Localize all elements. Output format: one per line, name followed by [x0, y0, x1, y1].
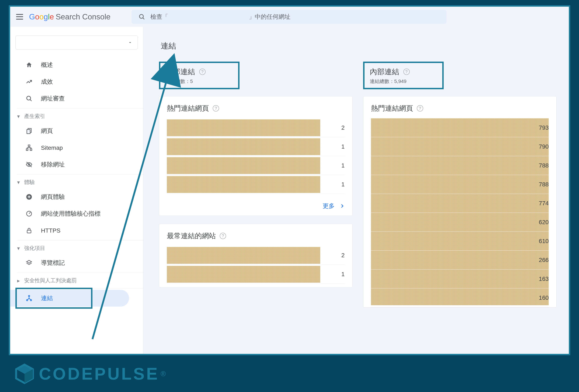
- sidebar-item-overview[interactable]: 概述: [10, 57, 129, 73]
- row-value: 1: [320, 271, 345, 277]
- table-row[interactable]: 774: [371, 194, 549, 213]
- sidebar-item-label: 導覽標記: [41, 259, 65, 267]
- caret-down-icon: ▾: [17, 113, 22, 119]
- sidebar-item-performance[interactable]: 成效: [10, 73, 129, 90]
- svg-rect-6: [28, 145, 30, 147]
- circle-plus-icon: [24, 194, 34, 200]
- sidebar-group-indexing[interactable]: ▾ 產生索引: [10, 110, 143, 123]
- row-value: 163: [539, 275, 549, 282]
- internal-links-header: 內部連結 ? 連結總數：5,949: [363, 62, 444, 89]
- help-icon[interactable]: ?: [199, 68, 206, 75]
- sidebar-group-label: 強化項目: [24, 245, 45, 252]
- pages-icon: [24, 128, 34, 134]
- page-title: 連結: [161, 41, 557, 51]
- help-icon[interactable]: ?: [220, 233, 226, 239]
- caret-right-icon: ▸: [17, 277, 22, 284]
- sidebar-item-label: 概述: [41, 61, 53, 69]
- sidebar-item-links[interactable]: 連結: [10, 290, 129, 307]
- table-row[interactable]: 793: [371, 118, 549, 137]
- sidebar-item-label: 連結: [41, 294, 53, 302]
- table-row[interactable]: 610: [371, 232, 549, 251]
- main-content: 連結 外部連結 ? 連結總數：5 熱門連結網頁 ?: [143, 27, 569, 354]
- internal-top-pages-card: 熱門連結網頁 ? 793790788788774620610266163160: [363, 96, 557, 308]
- row-value: 788: [539, 162, 549, 169]
- caret-down-icon: ▾: [17, 179, 22, 185]
- table-row[interactable]: 788: [371, 156, 549, 175]
- sidebar-item-page-experience[interactable]: 網頁體驗: [10, 189, 129, 205]
- table-row[interactable]: 163: [371, 269, 549, 288]
- redacted-cell: [167, 157, 320, 174]
- row-value: 160: [539, 294, 549, 301]
- brand-footer: CODEPULSE ®: [14, 363, 166, 384]
- row-value: 266: [539, 257, 549, 263]
- internal-links-column: 內部連結 ? 連結總數：5,949 熱門連結網頁 ? 7937907887887…: [363, 62, 557, 316]
- external-total-label: 連結總數：: [166, 79, 190, 84]
- more-label: 更多: [323, 202, 335, 210]
- svg-rect-5: [27, 130, 30, 134]
- card-title: 最常連結的網站: [167, 231, 216, 241]
- sidebar-item-label: 網站使用體驗核心指標: [41, 210, 100, 218]
- row-value: 1: [320, 162, 345, 169]
- sidebar-item-label: 網頁體驗: [41, 193, 65, 201]
- help-icon[interactable]: ?: [403, 68, 410, 75]
- table-row[interactable]: 1: [167, 137, 345, 156]
- svg-point-14: [28, 295, 30, 297]
- table-row[interactable]: 788: [371, 175, 549, 194]
- table-row[interactable]: 266: [371, 251, 549, 269]
- gauge-icon: [24, 210, 34, 217]
- brand-name: CODEPULSE: [39, 364, 159, 384]
- search-icon: [24, 95, 34, 102]
- help-icon[interactable]: ?: [213, 105, 219, 112]
- search-input[interactable]: 檢查「 」中的任何網址: [132, 10, 447, 24]
- table-row[interactable]: 790: [371, 137, 549, 156]
- table-row[interactable]: 1: [167, 265, 345, 284]
- svg-point-0: [140, 14, 144, 18]
- menu-icon[interactable]: [15, 13, 24, 21]
- table-row[interactable]: 160: [371, 288, 549, 307]
- sidebar-item-sitemap[interactable]: Sitemap: [10, 139, 129, 156]
- external-total-value: 5: [190, 79, 193, 84]
- help-icon[interactable]: ?: [417, 105, 423, 112]
- sidebar-item-removals[interactable]: 移除網址: [10, 156, 129, 173]
- sidebar-group-experience[interactable]: ▾ 體驗: [10, 176, 143, 189]
- table-row[interactable]: 620: [371, 213, 549, 232]
- table-row[interactable]: 1: [167, 175, 345, 194]
- sidebar-item-breadcrumbs[interactable]: 導覽標記: [10, 255, 129, 271]
- sidebar-group-enhancements[interactable]: ▾ 強化項目: [10, 242, 143, 255]
- redacted-cell: [167, 176, 320, 193]
- row-value: 1: [320, 181, 345, 188]
- sidebar-item-label: HTTPS: [41, 227, 60, 234]
- sidebar-item-label: 網頁: [41, 127, 53, 135]
- svg-line-1: [143, 18, 144, 19]
- row-value: 774: [539, 200, 549, 207]
- sidebar-group-security[interactable]: ▸ 安全性與人工判決處罰: [10, 274, 143, 287]
- card-title: 熱門連結網頁: [167, 103, 209, 113]
- eye-off-icon: [24, 161, 34, 168]
- sidebar: 概述 成效 網址審查 ▾ 產生索引 網頁 Sitemap 移除網址 ▾: [10, 27, 143, 354]
- row-value: 790: [539, 143, 549, 150]
- row-value: 2: [320, 124, 345, 131]
- search-prefix: 檢查「: [150, 13, 168, 21]
- sidebar-item-https[interactable]: HTTPS: [10, 222, 129, 239]
- google-logo: Google Search Console: [29, 12, 110, 21]
- redacted-cell: [167, 266, 320, 283]
- row-value: 793: [539, 124, 549, 131]
- external-links-column: 外部連結 ? 連結總數：5 熱門連結網頁 ? 2111 更多: [159, 62, 353, 316]
- sidebar-item-url-inspect[interactable]: 網址審查: [10, 90, 129, 107]
- table-row[interactable]: 2: [167, 246, 345, 265]
- property-selector[interactable]: [15, 36, 138, 50]
- row-value: 620: [539, 219, 549, 226]
- sidebar-item-label: 移除網址: [41, 160, 65, 169]
- sidebar-group-label: 產生索引: [24, 113, 45, 120]
- external-top-sites-card: 最常連結的網站 ? 21: [159, 224, 353, 287]
- sidebar-item-label: Sitemap: [41, 144, 63, 151]
- links-icon: [24, 295, 34, 302]
- internal-total-label: 連結總數：: [370, 79, 394, 84]
- more-link[interactable]: 更多: [159, 197, 353, 216]
- table-row[interactable]: 1: [167, 156, 345, 175]
- internal-links-title: 內部連結: [370, 67, 399, 77]
- sidebar-item-core-web-vitals[interactable]: 網站使用體驗核心指標: [10, 205, 129, 222]
- registered-mark: ®: [160, 370, 166, 378]
- table-row[interactable]: 2: [167, 118, 345, 137]
- sidebar-item-pages[interactable]: 網頁: [10, 123, 129, 139]
